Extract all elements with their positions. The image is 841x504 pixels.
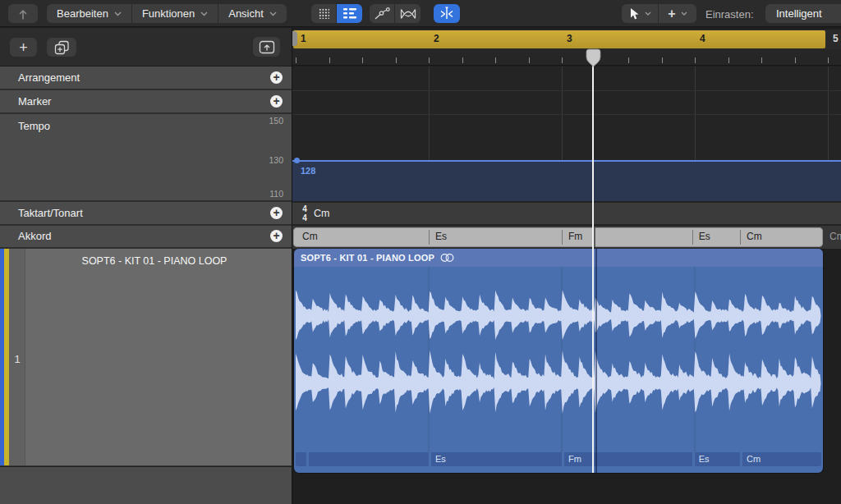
chord-es-3[interactable]: Es [699, 231, 710, 242]
menu-funktionen[interactable]: Funktionen [132, 4, 218, 23]
ruler-tick [529, 57, 530, 63]
strip-chord-es-0: Es [435, 454, 446, 464]
bar-number-5: 5 [833, 33, 839, 44]
ruler-tick [329, 57, 330, 63]
strip-chord-gap [692, 452, 695, 466]
snap-mode-value: Intelligent [776, 7, 822, 20]
next-chord-label[interactable]: Cm [830, 231, 841, 242]
stereo-icon [440, 253, 454, 263]
crossfade-icon [400, 8, 416, 20]
chord-es-1[interactable]: Es [435, 231, 447, 242]
strip-chord-gap [306, 452, 309, 466]
track-list-header: + [0, 28, 292, 66]
waveform-channel-left [296, 291, 821, 341]
add-time-signature-button[interactable]: + [270, 207, 283, 219]
chord-progression[interactable]: CmEsFmEsCm [293, 227, 823, 247]
menu-ansicht[interactable]: Ansicht [218, 4, 287, 23]
flex-button[interactable] [434, 4, 460, 23]
crossfade-button[interactable] [395, 4, 420, 23]
tempo-curve-fill [292, 161, 841, 201]
lane-divider [292, 90, 841, 91]
view-mode-switch [311, 4, 362, 23]
track-number-column: 1 [9, 249, 25, 465]
add-marker-button[interactable]: + [270, 95, 283, 108]
ruler-tick [362, 57, 363, 63]
region-header[interactable]: SOPT6 - KIT 01 - PIANO LOOP [294, 249, 823, 267]
add-arrangement-section-button[interactable]: + [270, 71, 283, 84]
panel-divider [292, 28, 292, 504]
menu-bearbeiten-label: Bearbeiten [57, 7, 108, 20]
flex-icon [439, 7, 455, 21]
ruler-tick [728, 57, 729, 63]
chord-region-split [594, 227, 595, 247]
playhead-marker[interactable] [586, 48, 601, 68]
audio-region[interactable]: SOPT6 - KIT 01 - PIANO LOOP EsFmEsCm [294, 249, 823, 473]
ruler-tick-strip[interactable] [292, 49, 841, 66]
global-tracks-toggle-button[interactable] [253, 37, 280, 57]
grid-view-button[interactable] [311, 4, 337, 23]
chord-divider [562, 230, 563, 245]
strip-chord-cm-3: Cm [747, 454, 761, 464]
track-header[interactable]: 1 SOPT6 - KIT 01 - PIANO LOOP M S [0, 249, 292, 466]
ruler-tick [695, 57, 696, 63]
plus-tool-icon: + [668, 7, 675, 21]
global-lanes: 128 [292, 66, 841, 201]
chord-cm-4[interactable]: Cm [747, 231, 762, 242]
ruler-tick [662, 57, 663, 63]
global-track-chord[interactable]: Akkord + [0, 226, 292, 249]
add-chord-button[interactable]: + [270, 230, 283, 242]
menu-bearbeiten[interactable]: Bearbeiten [47, 4, 132, 23]
tempo-scale-130: 130 [269, 155, 283, 165]
empty-track-area[interactable] [0, 467, 292, 504]
chevron-down-icon [645, 11, 651, 16]
bar-number-1: 1 [301, 33, 306, 44]
duplicate-track-button[interactable] [47, 38, 76, 57]
ruler-tick [562, 57, 563, 63]
cycle-region[interactable] [293, 30, 825, 48]
up-arrow-icon [15, 6, 31, 22]
duplicate-track-icon [54, 40, 70, 55]
playhead-line[interactable] [592, 49, 594, 473]
chord-cm-0[interactable]: Cm [302, 231, 318, 242]
menu-funktionen-label: Funktionen [142, 7, 195, 20]
time-signature-lane[interactable]: 4 4 Cm [292, 202, 841, 225]
add-track-button[interactable]: + [10, 38, 37, 57]
grid-icon [319, 8, 329, 19]
plus-tool-button[interactable]: + [659, 4, 696, 23]
ruler-tick [462, 57, 463, 63]
plus-icon: + [19, 40, 28, 55]
region-split-line [595, 249, 597, 473]
chord-divider [740, 230, 741, 245]
ruler-tick [296, 57, 296, 63]
logic-pro-window: Bearbeiten Funktionen Ansicht [0, 0, 841, 504]
chevron-down-icon [681, 11, 687, 16]
global-track-arrangement[interactable]: Arrangement + [0, 66, 292, 90]
automation-crossfade-group [370, 4, 420, 23]
time-key-label: Taktart/Tonart [18, 207, 83, 219]
ruler-tick [628, 57, 629, 63]
snap-mode-dropdown[interactable]: Intelligent [765, 4, 841, 23]
chord-track-label: Akkord [18, 230, 51, 242]
chevron-down-icon [269, 11, 277, 16]
tempo-curve-line[interactable] [292, 160, 841, 162]
global-track-time-key[interactable]: Taktart/Tonart + [0, 202, 292, 226]
bar-ruler[interactable]: 12345 [292, 30, 841, 49]
toolbar: Bearbeiten Funktionen Ansicht [0, 0, 841, 27]
ruler-tick [396, 57, 397, 63]
back-arrow-button[interactable] [8, 4, 38, 23]
ts-numerator: 4 [301, 204, 309, 213]
automation-button[interactable] [370, 4, 395, 23]
global-track-tempo[interactable]: Tempo 150 130 110 [0, 114, 292, 202]
ruler-tick [429, 57, 430, 63]
arrangement-label: Arrangement [18, 71, 80, 84]
editor-menu-bar: Bearbeiten Funktionen Ansicht [47, 4, 287, 23]
pointer-tool-button[interactable] [622, 4, 659, 23]
tracks-view-button[interactable] [337, 4, 362, 23]
global-track-marker[interactable]: Marker + [0, 90, 292, 114]
tool-menus: + [622, 4, 696, 23]
chord-fm-2[interactable]: Fm [568, 231, 582, 242]
pointer-cursor-icon [629, 7, 640, 21]
track-list-icon [343, 8, 356, 19]
tempo-label: Tempo [18, 120, 50, 132]
track-name[interactable]: SOPT6 - KIT 01 - PIANO LOOP [25, 255, 283, 267]
